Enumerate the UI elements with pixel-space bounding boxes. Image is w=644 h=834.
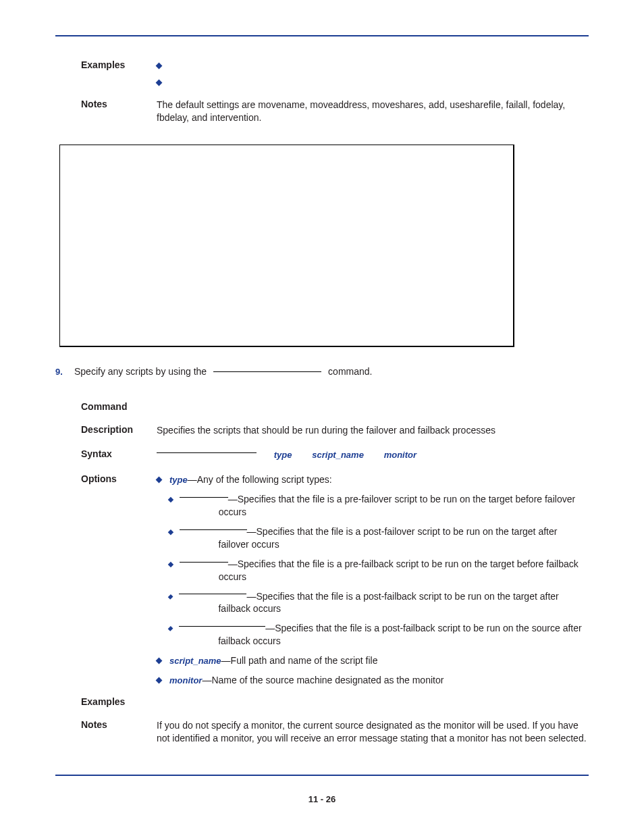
opt-sub4: —Specifies that the file is a post-failb… <box>218 591 558 615</box>
bullet-icon <box>156 658 163 664</box>
bullet-icon <box>168 626 173 631</box>
notes-label-2: Notes <box>81 719 157 745</box>
blank-line <box>180 497 228 498</box>
syntax-param-type: type <box>274 450 292 460</box>
page: Examples Notes The default settings are … <box>0 0 644 834</box>
step-text-pre: Specify any scripts by using the <box>74 366 207 377</box>
blank-line <box>213 371 321 372</box>
blank-line <box>180 562 228 563</box>
bullet-icon <box>168 529 173 535</box>
opt-type-label: type <box>169 475 188 485</box>
syntax-param-monitor: monitor <box>384 450 417 460</box>
code-box <box>59 145 514 347</box>
bullet-icon <box>156 677 163 684</box>
syntax-blank <box>157 452 257 453</box>
opt-sub3: —Specifies that the file is a pre-failba… <box>219 558 579 582</box>
opt-sub1: —Specifies that the file is a pre-failov… <box>219 494 575 517</box>
opt-script-label: script_name <box>169 656 221 666</box>
opt-monitor-tail: —Name of the source machine designated a… <box>202 675 444 685</box>
bullet-icon <box>156 477 163 484</box>
command-block-1: Examples Notes The default settings are … <box>55 59 589 124</box>
notes-text: The default settings are movename, movea… <box>157 99 589 124</box>
opt-type-tail: —Any of the following script types: <box>188 474 332 485</box>
bullet-icon <box>168 594 173 600</box>
description-label: Description <box>81 424 157 437</box>
bullet-icon <box>156 79 163 86</box>
options-label: Options <box>81 473 157 687</box>
bullet-icon <box>156 63 163 70</box>
description-text: Specifies the scripts that should be run… <box>157 424 589 437</box>
opt-sub5: —Specifies that the file is a post-failb… <box>218 623 581 646</box>
blank-line <box>179 594 246 594</box>
command-label: Command <box>81 401 157 412</box>
bullet-icon <box>168 497 173 502</box>
syntax-label: Syntax <box>81 448 157 461</box>
blank-line <box>180 529 247 530</box>
page-number: 11 - 26 <box>0 794 644 804</box>
blank-line <box>179 626 265 627</box>
syntax-param-script: script_name <box>312 450 364 460</box>
opt-monitor-label: monitor <box>169 675 202 685</box>
examples-label-2: Examples <box>81 696 157 707</box>
step-text-post: command. <box>328 366 372 377</box>
step-number: 9. <box>55 367 74 377</box>
top-rule <box>55 35 589 36</box>
step-9: 9. Specify any scripts by using the comm… <box>55 366 589 377</box>
options-body: type—Any of the following script types: … <box>157 473 589 687</box>
bullet-icon <box>168 562 173 567</box>
syntax-line: type script_name monitor <box>157 448 589 461</box>
bottom-rule <box>55 775 589 776</box>
opt-sub2: —Specifies that the file is a post-failo… <box>219 526 558 550</box>
command-block-2: Command Description Specifies the script… <box>55 401 589 745</box>
notes-text-2: If you do not specify a monitor, the cur… <box>157 719 589 745</box>
opt-script-tail: —Full path and name of the script file <box>221 655 378 666</box>
examples-label: Examples <box>81 59 157 89</box>
notes-label: Notes <box>81 99 157 124</box>
